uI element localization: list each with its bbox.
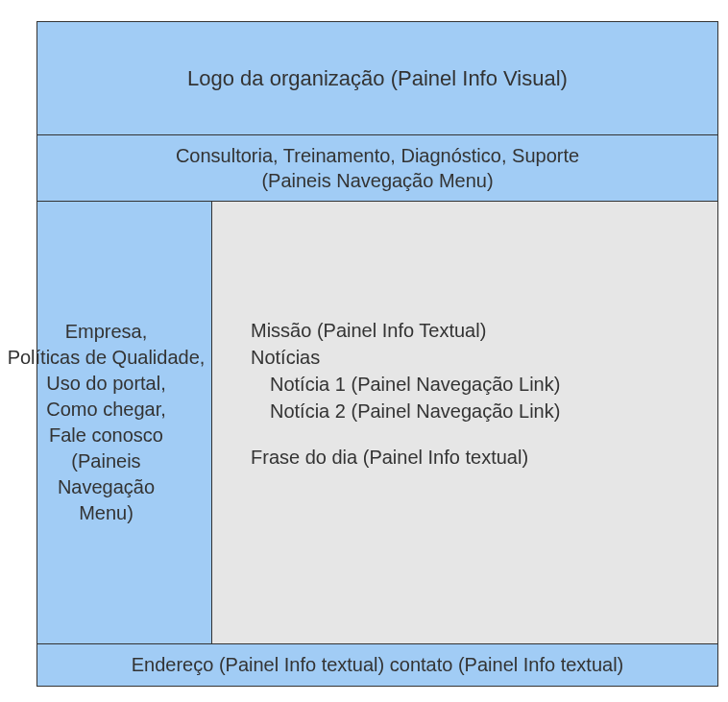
sidebar-caption: (Paineis [1, 448, 211, 474]
noticia-link-1[interactable]: Notícia 1 (Painel Navegação Link) [251, 371, 698, 398]
noticias-heading: Notícias [251, 344, 698, 371]
sidebar-line: Como chegar, [1, 397, 211, 423]
footer-text: Endereço (Painel Info textual) contato (… [132, 654, 624, 675]
frase-do-dia: Frase do dia (Painel Info textual) [251, 444, 698, 471]
main-content: Missão (Painel Info Textual) Notícias No… [212, 202, 717, 643]
sidebar-line: Empresa, [1, 319, 211, 345]
middle-row: Empresa, Políticas de Qualidade, Uso do … [37, 202, 717, 643]
top-navigation[interactable]: Consultoria, Treinamento, Diagnóstico, S… [37, 135, 717, 202]
sidebar-navigation[interactable]: Empresa, Políticas de Qualidade, Uso do … [37, 202, 212, 643]
sidebar-line: Fale conosco [1, 423, 211, 448]
wireframe-layout: Logo da organização (Painel Info Visual)… [36, 21, 718, 687]
topnav-caption: (Paineis Navegação Menu) [47, 168, 708, 193]
logo-text: Logo da organização (Painel Info Visual) [187, 66, 568, 91]
sidebar-caption: Menu) [1, 500, 211, 526]
sidebar-caption: Navegação [1, 474, 211, 500]
sidebar-line: Uso do portal, [1, 371, 211, 397]
footer-panel: Endereço (Painel Info textual) contato (… [37, 643, 717, 686]
header-panel: Logo da organização (Painel Info Visual) [37, 22, 717, 135]
noticia-link-2[interactable]: Notícia 2 (Painel Navegação Link) [251, 398, 698, 424]
topnav-items: Consultoria, Treinamento, Diagnóstico, S… [47, 143, 708, 168]
sidebar-line: Políticas de Qualidade, [1, 345, 211, 371]
missao-text: Missão (Painel Info Textual) [251, 317, 698, 344]
spacer [251, 424, 698, 444]
sidebar-content: Empresa, Políticas de Qualidade, Uso do … [1, 319, 211, 526]
